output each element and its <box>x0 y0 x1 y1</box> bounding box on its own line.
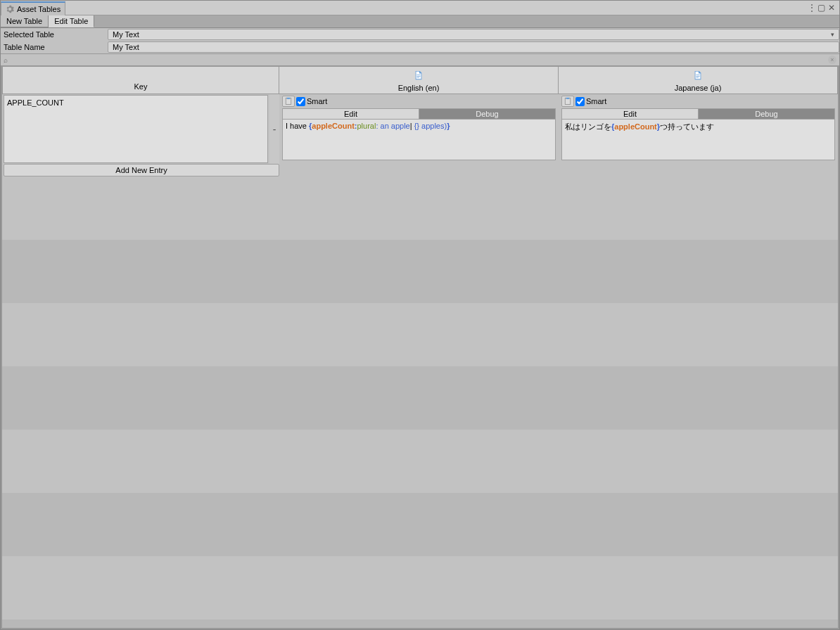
table-grid: Key English (en) Japanese (ja) APPLE_COU… <box>1 66 839 629</box>
entry-text-en[interactable]: I have {appleCount:plural: an apple| {} … <box>282 120 556 160</box>
gear-icon <box>6 5 14 13</box>
window-tab[interactable]: Asset Tables <box>1 1 65 15</box>
clear-search-icon[interactable]: × <box>828 56 836 64</box>
smart-label: Smart <box>586 97 606 105</box>
paste-icon[interactable] <box>561 96 574 107</box>
table-name-label: Table Name <box>1 43 108 51</box>
column-headers: Key English (en) Japanese (ja) <box>2 66 838 94</box>
window-controls: ⋮ ▢ ✕ <box>808 3 839 13</box>
menu-icon[interactable]: ⋮ <box>808 3 815 13</box>
add-entry-row: Add New Entry <box>2 164 838 176</box>
asset-tables-window: Asset Tables ⋮ ▢ ✕ New Table Edit Table … <box>0 0 840 630</box>
search-row: ⌕ × <box>1 53 839 66</box>
table-row: APPLE_COUNT - Smart Edit Debug I have {a… <box>2 94 838 164</box>
search-icon: ⌕ <box>4 56 8 64</box>
smart-checkbox-en[interactable] <box>296 97 305 106</box>
svg-rect-1 <box>287 98 291 99</box>
japanese-column-header[interactable]: Japanese (ja) <box>559 66 838 94</box>
page-icon <box>414 70 424 80</box>
entry-text-ja[interactable]: 私はリンゴを{appleCount}つ持っています <box>561 120 835 160</box>
collapse-toggle[interactable]: - <box>269 94 279 164</box>
selected-table-dropdown[interactable]: My Text <box>108 29 839 40</box>
paste-icon[interactable] <box>282 96 295 107</box>
main-tabs: New Table Edit Table <box>1 15 839 28</box>
smart-checkbox-ja[interactable] <box>575 97 585 106</box>
svg-rect-3 <box>566 98 570 99</box>
japanese-cell: Smart Edit Debug 私はリンゴを{appleCount}つ持ってい… <box>559 94 838 164</box>
key-column-header[interactable]: Key <box>2 66 279 94</box>
tab-new-table[interactable]: New Table <box>1 15 49 27</box>
debug-tab-en[interactable]: Debug <box>419 108 556 120</box>
english-cell: Smart Edit Debug I have {appleCount:plur… <box>279 94 559 164</box>
empty-rows <box>2 176 838 628</box>
window-title: Asset Tables <box>17 5 61 13</box>
edit-tab-en[interactable]: Edit <box>282 108 419 120</box>
maximize-icon[interactable]: ▢ <box>817 3 825 13</box>
titlebar: Asset Tables ⋮ ▢ ✕ <box>1 1 839 15</box>
table-name-input[interactable] <box>108 41 839 53</box>
add-new-entry-button[interactable]: Add New Entry <box>4 164 279 176</box>
tab-edit-table[interactable]: Edit Table <box>49 15 94 27</box>
smart-label: Smart <box>307 97 327 105</box>
search-input[interactable] <box>11 56 828 64</box>
page-icon <box>693 70 703 80</box>
table-name-row: Table Name <box>1 41 839 53</box>
edit-tab-ja[interactable]: Edit <box>561 108 699 120</box>
selected-table-row: Selected Table My Text <box>1 28 839 41</box>
close-icon[interactable]: ✕ <box>828 3 835 13</box>
selected-table-label: Selected Table <box>1 30 108 39</box>
key-cell[interactable]: APPLE_COUNT <box>4 95 268 163</box>
debug-tab-ja[interactable]: Debug <box>699 108 835 120</box>
english-column-header[interactable]: English (en) <box>279 66 559 94</box>
